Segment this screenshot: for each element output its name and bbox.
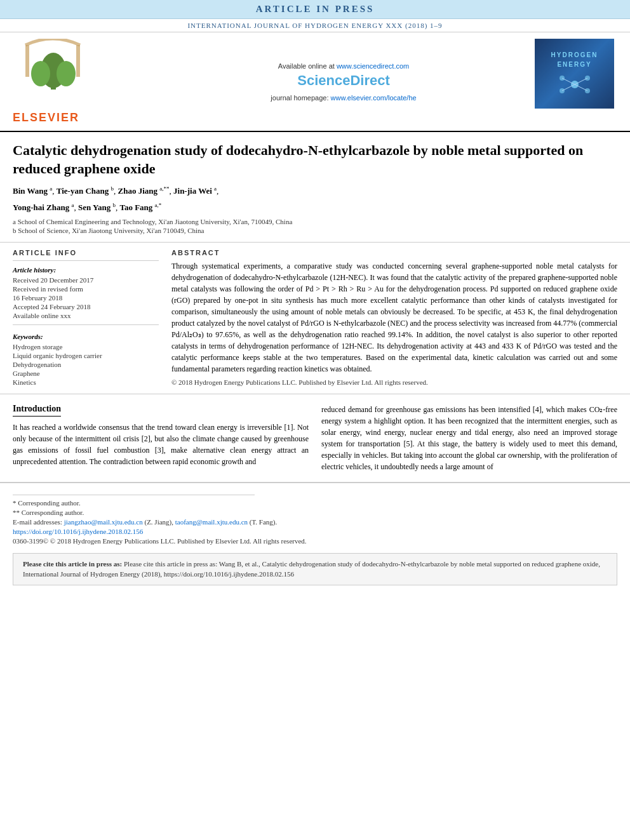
email2-name: (T. Fang). — [250, 518, 277, 526]
article-info-header: ARTICLE INFO — [13, 249, 159, 257]
author-bin-wang: Bin Wang — [13, 187, 48, 196]
article-in-press-banner: ARTICLE IN PRESS — [0, 0, 630, 19]
author-tie-yan-chang: Tie-yan Chang — [57, 187, 109, 196]
author-sen-yang: Sen Yang — [78, 203, 111, 212]
info-abstract-section: ARTICLE INFO Article history: Received 2… — [0, 243, 630, 394]
issn: 0360-3199 — [13, 537, 43, 545]
introduction-section: Introduction It has reached a worldwide … — [0, 394, 630, 483]
revised-date: 16 February 2018 — [13, 294, 159, 302]
keyword-3: Dehydrogenation — [13, 361, 159, 368]
affiliation-a: a School of Chemical Engineering and Tec… — [13, 218, 617, 225]
header-section: ELSEVIER Available online at www.science… — [0, 32, 630, 132]
journal-homepage-url[interactable]: www.elsevier.com/locate/he — [331, 94, 417, 102]
intro-left-text: It has reached a worldwide consensus tha… — [13, 422, 309, 467]
elsevier-logo-area: ELSEVIER — [13, 39, 152, 124]
keywords-section: Keywords: Hydrogen storage Liquid organi… — [13, 333, 159, 386]
affil-a2: a,** — [159, 185, 169, 192]
svg-point-3 — [57, 61, 76, 86]
article-title-section: Catalytic dehydrogenation study of dodec… — [0, 132, 630, 243]
keyword-2: Liquid organic hydrogen carrier — [13, 352, 159, 359]
sciencedirect-text1: Science — [297, 72, 350, 88]
footnote-copyright: 0360-3199© © 2018 Hydrogen Energy Public… — [13, 537, 617, 545]
doi-link[interactable]: https://doi.org/10.1016/j.ijhydene.2018.… — [13, 528, 143, 535]
divider1 — [13, 324, 159, 325]
footnotes-section: * Corresponding author. ** Corresponding… — [0, 483, 630, 553]
citation-please-cite: Please cite this article in press as: — [23, 560, 124, 568]
abstract-header: ABSTRACT — [171, 249, 617, 257]
doi-link-line: https://doi.org/10.1016/j.ijhydene.2018.… — [13, 528, 617, 535]
citation-box: Please cite this article in press as: Pl… — [13, 553, 617, 585]
available-online: Available online xxx — [13, 312, 159, 319]
authors-line1: Bin Wang a, Tie-yan Chang b, Zhao Jiang … — [13, 185, 617, 196]
header-center: Available online at www.sciencedirect.co… — [159, 39, 528, 124]
affiliations: a School of Chemical Engineering and Tec… — [13, 218, 617, 234]
email1-name: (Z. Jiang), — [144, 518, 173, 526]
keyword-5: Kinetics — [13, 378, 159, 386]
affil-b1: b — [111, 185, 114, 192]
sciencedirect-text2: Direct — [350, 72, 389, 88]
footnote-emails: E-mail addresses: jiangzhao@mail.xjtu.ed… — [13, 518, 617, 526]
footnote-copyright-text: © 2018 Hydrogen Energy Publications LLC.… — [50, 537, 307, 545]
received-date: Received 20 December 2017 — [13, 276, 159, 284]
footnote-double-star: ** Corresponding author. — [13, 509, 617, 516]
svg-point-2 — [31, 61, 50, 86]
author-yong-hai-zhang: Yong-hai Zhang — [13, 203, 69, 212]
journal-title-bar: INTERNATIONAL JOURNAL OF HYDROGEN ENERGY… — [0, 19, 630, 32]
article-info-column: ARTICLE INFO Article history: Received 2… — [13, 249, 159, 387]
elsevier-tree-icon — [13, 39, 95, 93]
keyword-4: Graphene — [13, 370, 159, 377]
svg-rect-5 — [76, 45, 80, 77]
intro-right-text: reduced demand for greenhouse gas emissi… — [321, 404, 617, 472]
author-jin-jia-wei: Jin-jia Wei — [173, 187, 212, 196]
affil-a4: a — [71, 202, 74, 208]
affil-a3: a — [214, 185, 217, 192]
intro-right-column: reduced demand for greenhouse gas emissi… — [321, 404, 617, 472]
revised-label: Received in revised form — [13, 285, 159, 293]
email2-link[interactable]: taofang@mail.xjtu.edu.cn — [175, 518, 248, 526]
journal-cover-image: HYDROGEN ENERGY — [535, 39, 614, 109]
affil-b2: b — [112, 202, 116, 208]
author-tao-fang: Tao Fang — [119, 203, 152, 212]
sciencedirect-logo: ScienceDirect — [297, 72, 390, 89]
sciencedirect-url[interactable]: www.sciencedirect.com — [337, 62, 409, 70]
article-info-box: Article history: Received 20 December 20… — [13, 260, 159, 319]
article-title: Catalytic dehydrogenation study of dodec… — [13, 142, 617, 178]
journal-cover-title: HYDROGEN ENERGY — [551, 50, 598, 69]
available-online-label: Available online at — [278, 62, 335, 70]
affiliation-b: b School of Science, Xi'an Jiaotong Univ… — [13, 227, 617, 234]
cover-graphic — [556, 72, 594, 97]
available-online-text: Available online at www.sciencedirect.co… — [278, 62, 409, 70]
abstract-column: ABSTRACT Through systematical experiment… — [171, 249, 617, 387]
article-history-title: Article history: — [13, 266, 159, 274]
abstract-copyright: © 2018 Hydrogen Energy Publications LLC.… — [171, 378, 617, 386]
journal-homepage: journal homepage: www.elsevier.com/locat… — [271, 94, 416, 102]
elsevier-wordmark: ELSEVIER — [13, 111, 152, 124]
email-label: E-mail addresses: — [13, 518, 62, 526]
journal-cover-area: HYDROGEN ENERGY — [535, 39, 617, 124]
introduction-title: Introduction — [13, 404, 61, 417]
footnote-star: * Corresponding author. — [13, 499, 617, 507]
keywords-title: Keywords: — [13, 333, 159, 340]
accepted-date: Accepted 24 February 2018 — [13, 303, 159, 310]
journal-homepage-label: journal homepage: — [271, 94, 328, 102]
affil-a1: a — [50, 185, 52, 192]
authors-line2: Yong-hai Zhang a, Sen Yang b, Tao Fang a… — [13, 202, 617, 213]
intro-left-column: Introduction It has reached a worldwide … — [13, 404, 309, 472]
keyword-1: Hydrogen storage — [13, 343, 159, 350]
footnotes-divider — [13, 495, 255, 495]
elsevier-logo — [13, 39, 127, 109]
email1-link[interactable]: jiangzhao@mail.xjtu.edu.cn — [64, 518, 143, 526]
abstract-text: Through systematical experiments, a comp… — [171, 260, 617, 375]
author-zhao-jiang: Zhao Jiang — [118, 187, 158, 196]
svg-rect-4 — [25, 45, 29, 77]
affil-a5: a,* — [155, 202, 162, 208]
